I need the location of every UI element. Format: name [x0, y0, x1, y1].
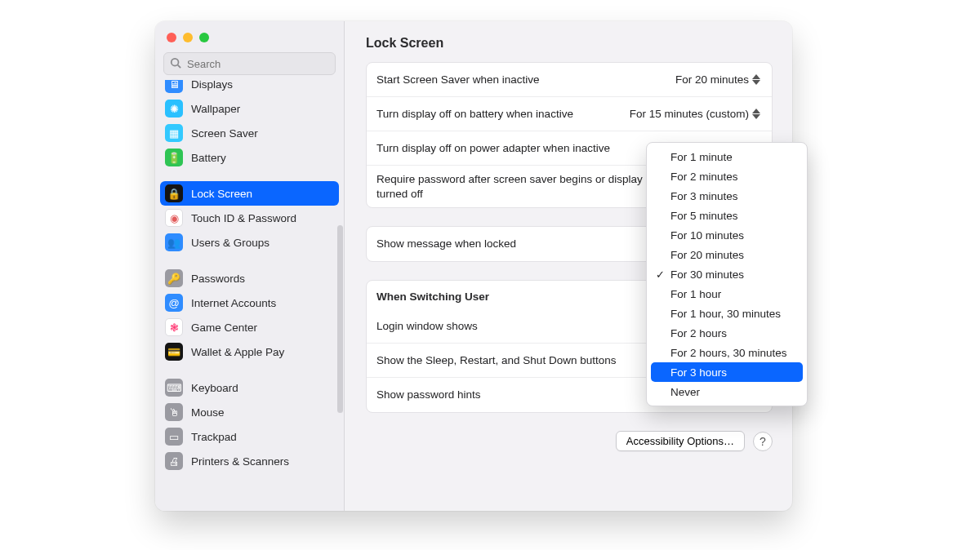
close-window-button[interactable]	[167, 33, 176, 42]
popup-option[interactable]: For 5 minutes	[651, 206, 803, 225]
sidebar-item-label: Wallpaper	[191, 103, 240, 115]
sidebar: 🖥Displays✺Wallpaper▦Screen Saver🔋Battery…	[155, 21, 345, 511]
sidebar-item-game-center[interactable]: ❃Game Center	[160, 315, 339, 339]
sidebar-list: 🖥Displays✺Wallpaper▦Screen Saver🔋Battery…	[155, 80, 344, 511]
lock-screen-icon: 🔒	[165, 184, 183, 202]
popup-option[interactable]: For 30 minutes	[651, 264, 803, 284]
trackpad-icon: ▭	[165, 428, 183, 446]
battery-value-popup[interactable]: For 15 minutes (custom)	[630, 107, 762, 122]
value-text: For 20 minutes	[675, 73, 749, 86]
sidebar-item-printers-scanners[interactable]: 🖨Printers & Scanners	[160, 449, 339, 473]
screensaver-value-popup[interactable]: For 20 minutes	[675, 73, 762, 87]
sidebar-item-mouse[interactable]: 🖱Mouse	[160, 400, 339, 424]
touch-id-password-icon: ◉	[165, 209, 183, 227]
sidebar-item-users-groups[interactable]: 👥Users & Groups	[160, 230, 339, 255]
system-settings-window: 🖥Displays✺Wallpaper▦Screen Saver🔋Battery…	[155, 21, 792, 511]
popup-stepper-icon	[752, 107, 762, 122]
svg-line-1	[178, 65, 181, 69]
printers-scanners-icon: 🖨	[165, 452, 183, 470]
wallet-apple-pay-icon: 💳	[165, 343, 183, 361]
popup-option[interactable]: For 2 minutes	[651, 166, 803, 186]
users-groups-icon: 👥	[165, 233, 183, 251]
row-label: Turn display off on power adapter when i…	[376, 141, 610, 156]
sidebar-item-touch-id-password[interactable]: ◉Touch ID & Password	[160, 206, 339, 230]
popup-option[interactable]: For 10 minutes	[651, 225, 803, 245]
sidebar-item-label: Displays	[191, 80, 233, 91]
sidebar-separator	[160, 364, 339, 375]
help-button[interactable]: ?	[753, 432, 773, 451]
game-center-icon: ❃	[165, 318, 183, 336]
sidebar-item-trackpad[interactable]: ▭Trackpad	[160, 424, 339, 449]
passwords-icon: 🔑	[165, 269, 183, 287]
row-label: Require password after screen saver begi…	[376, 172, 654, 201]
popup-option[interactable]: For 2 hours	[651, 323, 803, 343]
duration-popup-menu[interactable]: For 1 minuteFor 2 minutesFor 3 minutesFo…	[646, 142, 808, 406]
sidebar-item-lock-screen[interactable]: 🔒Lock Screen	[160, 181, 339, 206]
popup-option[interactable]: For 3 minutes	[651, 186, 803, 206]
popup-option[interactable]: For 1 hour	[651, 284, 803, 304]
row-label: Login window shows	[376, 319, 478, 334]
sidebar-item-label: Battery	[191, 152, 226, 164]
sidebar-item-internet-accounts[interactable]: @Internet Accounts	[160, 291, 339, 315]
sidebar-item-label: Internet Accounts	[191, 297, 276, 309]
keyboard-icon: ⌨	[165, 379, 183, 397]
search-input[interactable]	[163, 52, 336, 75]
zoom-window-button[interactable]	[199, 33, 209, 42]
popup-stepper-icon	[752, 73, 762, 87]
sidebar-separator	[160, 170, 339, 181]
wallpaper-icon: ✺	[165, 100, 183, 118]
row-label: Turn display off on battery when inactiv…	[376, 107, 573, 122]
minimize-window-button[interactable]	[183, 33, 193, 42]
sidebar-item-passwords[interactable]: 🔑Passwords	[160, 266, 339, 291]
sidebar-item-label: Mouse	[191, 406, 225, 419]
sidebar-item-wallet-apple-pay[interactable]: 💳Wallet & Apple Pay	[160, 339, 339, 364]
window-controls	[155, 21, 344, 52]
mouse-icon: 🖱	[165, 403, 183, 421]
sidebar-scrollbar[interactable]	[337, 225, 343, 413]
sidebar-item-label: Game Center	[191, 322, 257, 334]
sidebar-item-wallpaper[interactable]: ✺Wallpaper	[160, 96, 339, 121]
row-label: Show message when locked	[376, 237, 516, 251]
page-title: Lock Screen	[366, 36, 773, 51]
screen-saver-icon: ▦	[165, 124, 183, 142]
accessibility-options-button[interactable]: Accessibility Options…	[616, 431, 745, 451]
row-label: Show password hints	[376, 388, 481, 402]
row-label: Show the Sleep, Restart, and Shut Down b…	[376, 353, 616, 368]
popup-option[interactable]: For 3 hours	[651, 362, 803, 382]
sidebar-item-label: Passwords	[191, 273, 245, 285]
row-label: Start Screen Saver when inactive	[376, 73, 540, 87]
popup-option[interactable]: For 1 hour, 30 minutes	[651, 304, 803, 323]
sidebar-item-label: Screen Saver	[191, 127, 258, 140]
sidebar-item-label: Touch ID & Password	[191, 212, 296, 224]
value-text: For 15 minutes (custom)	[630, 108, 749, 120]
sidebar-item-screen-saver[interactable]: ▦Screen Saver	[160, 121, 339, 145]
row-screensaver: Start Screen Saver when inactive For 20 …	[367, 63, 772, 97]
sidebar-item-label: Trackpad	[191, 431, 237, 443]
popup-option[interactable]: Never	[651, 382, 803, 401]
popup-option[interactable]: For 20 minutes	[651, 245, 803, 264]
displays-icon: 🖥	[165, 80, 183, 93]
sidebar-item-label: Users & Groups	[191, 237, 270, 249]
footer: Accessibility Options… ?	[366, 431, 773, 451]
sidebar-item-label: Wallet & Apple Pay	[191, 346, 284, 358]
sidebar-item-battery[interactable]: 🔋Battery	[160, 145, 339, 170]
svg-point-0	[172, 59, 179, 66]
popup-option[interactable]: For 1 minute	[651, 147, 803, 166]
sidebar-separator	[160, 255, 339, 266]
search-field-wrap	[163, 52, 336, 75]
sidebar-item-label: Keyboard	[191, 382, 238, 394]
search-icon	[170, 57, 181, 69]
battery-icon: 🔋	[165, 149, 183, 166]
popup-option[interactable]: For 2 hours, 30 minutes	[651, 343, 803, 362]
row-battery-display-off: Turn display off on battery when inactiv…	[367, 97, 772, 131]
sidebar-item-displays[interactable]: 🖥Displays	[160, 80, 339, 96]
sidebar-item-keyboard[interactable]: ⌨Keyboard	[160, 375, 339, 400]
internet-accounts-icon: @	[165, 294, 183, 312]
sidebar-item-label: Printers & Scanners	[191, 455, 289, 468]
sidebar-item-label: Lock Screen	[191, 188, 252, 200]
